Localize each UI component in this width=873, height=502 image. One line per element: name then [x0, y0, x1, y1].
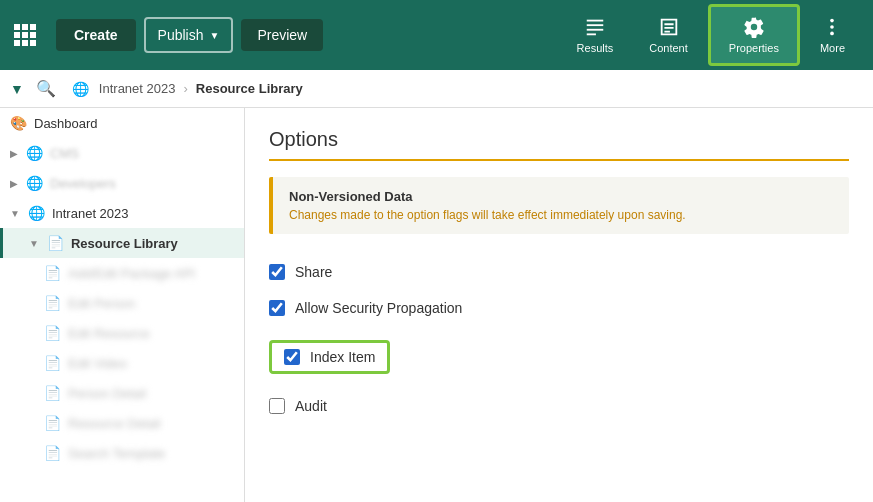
more-icon	[821, 16, 843, 38]
sidebar-item-label: Search Template	[68, 446, 165, 461]
svg-rect-0	[587, 20, 604, 22]
child-page-icon: 📄	[44, 295, 60, 311]
resource-library-icon: 📄	[47, 235, 63, 251]
content-icon	[658, 16, 680, 38]
sidebar-item-label: CMS	[50, 146, 79, 161]
dashboard-icon: 🎨	[10, 115, 26, 131]
properties-icon-item[interactable]: Properties	[708, 4, 800, 66]
expand-arrow-icon: ▶	[10, 148, 18, 159]
sidebar-item-label: Dashboard	[34, 116, 98, 131]
info-box-title: Non-Versioned Data	[289, 189, 833, 204]
svg-rect-3	[587, 33, 596, 35]
sidebar-item-label: Add/Edit Package API	[68, 266, 195, 281]
intranet-globe-icon: 🌐	[28, 205, 44, 221]
breadcrumb-bar: ▼ 🔍 🌐 Intranet 2023 › Resource Library	[0, 70, 873, 108]
content-area: Options Non-Versioned Data Changes made …	[245, 108, 873, 502]
sidebar-item-label: Intranet 2023	[52, 206, 129, 221]
publish-arrow-icon: ▼	[210, 30, 220, 41]
svg-rect-1	[587, 24, 604, 26]
svg-point-5	[831, 25, 835, 29]
cms-globe-icon: 🌐	[26, 145, 42, 161]
sidebar-item-label: Resource Library	[71, 236, 178, 251]
toolbar: Create Publish ▼ Preview Results Content…	[0, 0, 873, 70]
results-icon-item[interactable]: Results	[559, 0, 632, 70]
main-layout: 🎨 Dashboard ▶ 🌐 CMS ▶ 🌐 Developers ▼ 🌐 I…	[0, 108, 873, 502]
globe-icon: 🌐	[72, 81, 89, 97]
child-page-icon: 📄	[44, 265, 60, 281]
sidebar-item-child6[interactable]: 📄 Resource Detail	[0, 408, 244, 438]
sidebar-item-child1[interactable]: 📄 Add/Edit Package API	[0, 258, 244, 288]
expand-arrow-icon: ▼	[29, 238, 39, 249]
sidebar-item-resource-library[interactable]: ▼ 📄 Resource Library	[0, 228, 244, 258]
svg-point-4	[831, 19, 835, 23]
dev-globe-icon: 🌐	[26, 175, 42, 191]
properties-icon	[743, 16, 765, 38]
sidebar-item-child4[interactable]: 📄 Edit Video	[0, 348, 244, 378]
preview-button[interactable]: Preview	[241, 19, 323, 51]
breadcrumb-separator: ›	[183, 81, 187, 96]
sidebar-item-label: Person Detail	[68, 386, 146, 401]
breadcrumb-current: Resource Library	[196, 81, 303, 96]
results-icon	[584, 16, 606, 38]
breadcrumb-parent: Intranet 2023	[99, 81, 176, 96]
sidebar-toggle[interactable]: ▼	[10, 81, 24, 97]
child-page-icon: 📄	[44, 325, 60, 341]
child-page-icon: 📄	[44, 385, 60, 401]
allow-security-label: Allow Security Propagation	[295, 300, 462, 316]
sidebar-item-label: Edit Person	[68, 296, 135, 311]
sidebar-item-label: Resource Detail	[68, 416, 161, 431]
svg-rect-2	[587, 29, 604, 31]
checkbox-security-row: Allow Security Propagation	[269, 290, 849, 326]
child-page-icon: 📄	[44, 415, 60, 431]
toolbar-icons: Results Content Properties More	[559, 0, 863, 70]
sidebar-item-developers[interactable]: ▶ 🌐 Developers	[0, 168, 244, 198]
sidebar-item-child5[interactable]: 📄 Person Detail	[0, 378, 244, 408]
sidebar-item-child7[interactable]: 📄 Search Template	[0, 438, 244, 468]
index-item-checkbox[interactable]	[284, 349, 300, 365]
page-title: Options	[269, 128, 849, 161]
expand-arrow-icon: ▼	[10, 208, 20, 219]
sidebar-item-child3[interactable]: 📄 Edit Resource	[0, 318, 244, 348]
share-label: Share	[295, 264, 332, 280]
sidebar-item-intranet[interactable]: ▼ 🌐 Intranet 2023	[0, 198, 244, 228]
audit-checkbox[interactable]	[269, 398, 285, 414]
index-item-highlight-box: Index Item	[269, 340, 390, 374]
sidebar: 🎨 Dashboard ▶ 🌐 CMS ▶ 🌐 Developers ▼ 🌐 I…	[0, 108, 245, 502]
sidebar-item-label: Edit Video	[68, 356, 127, 371]
index-item-label: Index Item	[310, 349, 375, 365]
svg-point-6	[831, 32, 835, 36]
sidebar-item-dashboard[interactable]: 🎨 Dashboard	[0, 108, 244, 138]
child-page-icon: 📄	[44, 355, 60, 371]
more-icon-item[interactable]: More	[802, 0, 863, 70]
checkbox-share-row: Share	[269, 254, 849, 290]
create-button[interactable]: Create	[56, 19, 136, 51]
audit-label: Audit	[295, 398, 327, 414]
grid-icon[interactable]	[10, 20, 40, 50]
sidebar-item-cms[interactable]: ▶ 🌐 CMS	[0, 138, 244, 168]
content-icon-item[interactable]: Content	[631, 0, 706, 70]
checkbox-audit-row: Audit	[269, 388, 849, 424]
expand-arrow-icon: ▶	[10, 178, 18, 189]
sidebar-item-label: Edit Resource	[68, 326, 150, 341]
allow-security-checkbox[interactable]	[269, 300, 285, 316]
child-page-icon: 📄	[44, 445, 60, 461]
share-checkbox[interactable]	[269, 264, 285, 280]
info-box-text: Changes made to the option flags will ta…	[289, 208, 833, 222]
sidebar-item-label: Developers	[50, 176, 116, 191]
info-box: Non-Versioned Data Changes made to the o…	[269, 177, 849, 234]
publish-button[interactable]: Publish ▼	[144, 17, 234, 53]
sidebar-item-child2[interactable]: 📄 Edit Person	[0, 288, 244, 318]
checkbox-index-row: Index Item	[269, 326, 849, 388]
search-icon[interactable]: 🔍	[36, 79, 56, 98]
